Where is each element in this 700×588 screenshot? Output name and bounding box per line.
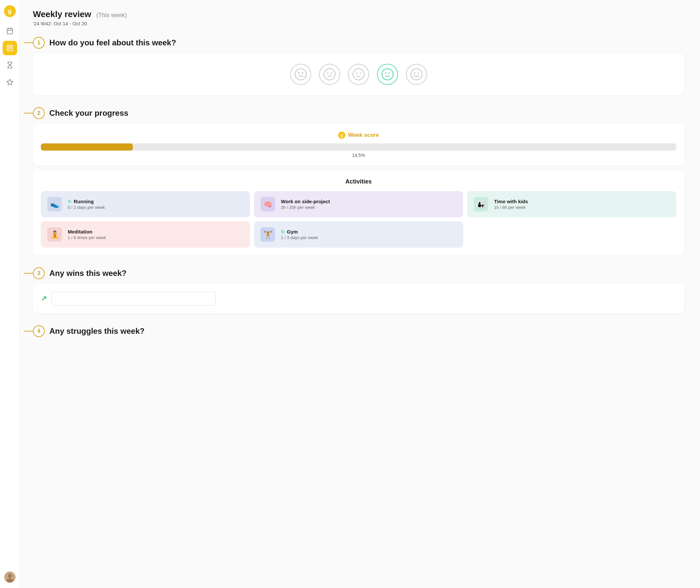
svg-point-19 bbox=[356, 72, 357, 74]
svg-point-26 bbox=[414, 72, 415, 74]
svg-text:🧘: 🧘 bbox=[50, 230, 60, 239]
sidebar-item-star[interactable] bbox=[3, 75, 17, 89]
svg-text:🏋️: 🏋️ bbox=[263, 230, 273, 239]
activities-grid: 👟 ↻ Running 0 / 2 days per week bbox=[41, 191, 676, 248]
section-wins: 3 Any wins this week? ↗ bbox=[33, 267, 684, 313]
section2-title: Check your progress bbox=[49, 109, 128, 118]
page-title: Weekly review (This week) bbox=[33, 9, 684, 19]
main-content: Weekly review (This week) '24 W42: Oct 1… bbox=[20, 0, 700, 588]
running-icon: 👟 bbox=[46, 196, 63, 213]
gym-icon: 🏋️ bbox=[259, 226, 276, 243]
time-with-kids-icon: 👨‍👧 bbox=[472, 196, 489, 213]
running-progress: 0 / 2 days per week bbox=[68, 205, 105, 210]
week-score-card: g Week score 14.5% bbox=[33, 124, 684, 166]
svg-point-12 bbox=[295, 69, 306, 80]
side-project-progress: 2h / 20h per week bbox=[281, 205, 330, 210]
section1-header: 1 How do you feel about this week? bbox=[33, 37, 684, 49]
svg-text:🧠: 🧠 bbox=[263, 200, 273, 209]
mood-sad[interactable] bbox=[319, 64, 340, 85]
svg-point-22 bbox=[382, 69, 393, 80]
progress-bar-container bbox=[41, 143, 676, 151]
svg-point-27 bbox=[418, 72, 419, 74]
title-text: Weekly review bbox=[33, 9, 91, 19]
running-info: ↻ Running 0 / 2 days per week bbox=[68, 199, 105, 210]
activities-card: Activities 👟 ↻ Running bbox=[33, 170, 684, 256]
section4-header: 4 Any struggles this week? bbox=[33, 325, 684, 337]
activities-title: Activities bbox=[41, 178, 676, 185]
activity-running[interactable]: 👟 ↻ Running 0 / 2 days per week bbox=[41, 191, 250, 217]
gym-progress: 1 / 3 days per week bbox=[281, 235, 318, 240]
section3-header: 3 Any wins this week? bbox=[33, 267, 684, 279]
section-mood: 1 How do you feel about this week? bbox=[33, 37, 684, 95]
svg-point-23 bbox=[385, 72, 386, 74]
time-with-kids-name: Time with kids bbox=[494, 199, 528, 204]
sidebar-item-hourglass[interactable] bbox=[3, 58, 17, 72]
mood-card bbox=[33, 53, 684, 95]
section3-number: 3 bbox=[33, 267, 45, 279]
svg-point-16 bbox=[327, 72, 328, 74]
section2-number: 2 bbox=[33, 107, 45, 119]
page-subtitle: '24 W42: Oct 14 - Oct 20 bbox=[33, 21, 684, 26]
gym-name: ↻ Gym bbox=[281, 229, 318, 234]
side-project-icon: 🧠 bbox=[259, 196, 276, 213]
svg-text:👨‍👧: 👨‍👧 bbox=[477, 201, 485, 208]
sidebar-item-calendar[interactable] bbox=[3, 24, 17, 38]
mood-happy[interactable] bbox=[377, 64, 398, 85]
svg-marker-8 bbox=[7, 79, 13, 85]
mood-row bbox=[41, 61, 676, 87]
time-with-kids-progress: 1h / 8h per week bbox=[494, 205, 528, 210]
wins-arrow-icon: ↗ bbox=[41, 294, 47, 303]
side-project-name: Work on side-project bbox=[281, 199, 330, 204]
section-struggles: 4 Any struggles this week? bbox=[33, 325, 684, 342]
wins-input[interactable] bbox=[51, 292, 216, 306]
svg-point-17 bbox=[331, 72, 332, 74]
section1-title: How do you feel about this week? bbox=[49, 38, 176, 47]
svg-point-20 bbox=[360, 72, 361, 74]
sidebar-item-review[interactable] bbox=[3, 41, 17, 55]
activity-side-project[interactable]: 🧠 Work on side-project 2h / 20h per week bbox=[254, 191, 463, 217]
section1-number: 1 bbox=[33, 37, 45, 49]
gym-info: ↻ Gym 1 / 3 days per week bbox=[281, 229, 318, 240]
time-with-kids-info: Time with kids 1h / 8h per week bbox=[494, 199, 528, 210]
meditation-progress: 1 / 6 times per week bbox=[68, 235, 106, 240]
svg-text:👟: 👟 bbox=[50, 200, 60, 209]
side-project-info: Work on side-project 2h / 20h per week bbox=[281, 199, 330, 210]
wins-row: ↗ bbox=[41, 292, 676, 306]
svg-point-25 bbox=[411, 69, 422, 80]
activity-gym[interactable]: 🏋️ ↻ Gym 1 / 3 days per week bbox=[254, 221, 463, 248]
svg-point-10 bbox=[8, 574, 12, 578]
section2-header: 2 Check your progress bbox=[33, 107, 684, 119]
app-logo[interactable]: g bbox=[4, 5, 16, 17]
title-badge: (This week) bbox=[96, 12, 127, 18]
wins-card: ↗ bbox=[33, 284, 684, 313]
mood-very-happy[interactable] bbox=[406, 64, 427, 85]
progress-label: 14.5% bbox=[41, 153, 676, 158]
page-header: Weekly review (This week) '24 W42: Oct 1… bbox=[33, 9, 684, 26]
running-name: ↻ Running bbox=[68, 199, 105, 204]
svg-point-11 bbox=[7, 578, 13, 582]
sidebar: g bbox=[0, 0, 20, 588]
week-score-title: g Week score bbox=[41, 132, 676, 139]
section4-number: 4 bbox=[33, 325, 45, 337]
activity-time-with-kids[interactable]: 👨‍👧 Time with kids 1h / 8h per week bbox=[467, 191, 676, 217]
mood-neutral[interactable] bbox=[348, 64, 369, 85]
mood-very-sad[interactable] bbox=[290, 64, 311, 85]
svg-point-24 bbox=[389, 72, 390, 74]
meditation-info: Meditation 1 / 6 times per week bbox=[68, 229, 106, 240]
section3-title: Any wins this week? bbox=[49, 269, 127, 278]
svg-point-18 bbox=[353, 69, 364, 80]
section4-title: Any struggles this week? bbox=[49, 327, 144, 336]
user-avatar[interactable] bbox=[4, 572, 15, 583]
svg-point-15 bbox=[324, 69, 335, 80]
svg-rect-0 bbox=[7, 29, 13, 34]
meditation-name: Meditation bbox=[68, 229, 106, 234]
meditation-icon: 🧘 bbox=[46, 226, 63, 243]
activity-meditation[interactable]: 🧘 Meditation 1 / 6 times per week bbox=[41, 221, 250, 248]
week-score-label: Week score bbox=[348, 132, 379, 138]
section-progress: 2 Check your progress g Week score 14.5%… bbox=[33, 107, 684, 256]
progress-bar-fill bbox=[41, 143, 133, 151]
week-score-logo: g bbox=[338, 132, 345, 139]
